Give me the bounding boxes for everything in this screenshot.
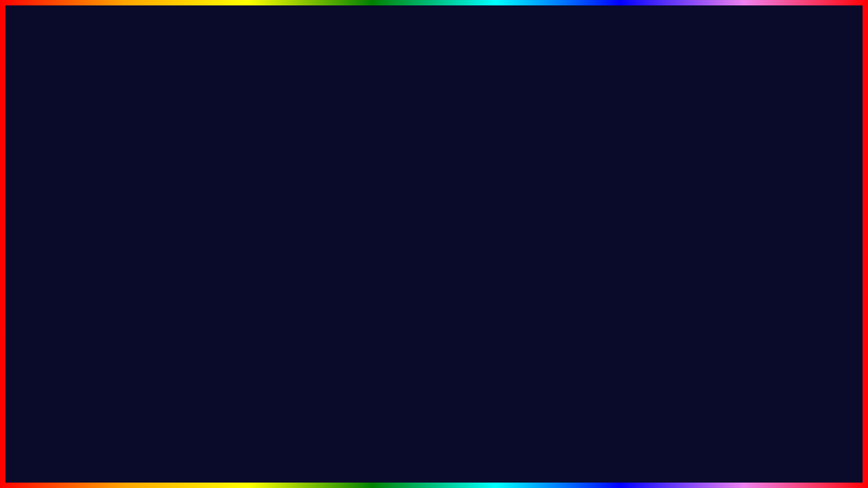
nav-auto-itame[interactable]: Auto Itame [137,202,189,220]
sidebar-item-auto-farm-mastery-fruit[interactable]: Auto Farm Mastery Fruit [104,291,205,304]
nav-teleport[interactable]: Teleport [189,202,232,220]
sidebar-dot [107,228,113,234]
right-nav-misc[interactable]: Misc [667,202,699,220]
dungeon-select[interactable]: Bird: Phoenix ▼ [626,250,765,266]
sidebar-item-auto-farm-fast[interactable]: Auto Farm Fast ✓ [104,258,205,274]
fruit-body: 🧝 [281,312,363,387]
kill-aura[interactable]: Kill Aura [626,323,765,339]
update-label: UPDATE [176,438,328,479]
left-panel-sidebar: Main ● Auto-Farm Level ✓ Auto Farm Fast … [99,220,211,396]
content-section-title: Setting [219,227,388,237]
fruit-face [302,361,342,375]
skull-icon: 💀 [778,369,809,397]
devil-fruit-shop-title: 🍎 Devil Fruit Shop [470,227,609,236]
devil-fruit-select-arrow: ▼ [595,254,603,262]
left-panel-header-left: 🐺 Wolf Hub | Free Script By TH [107,181,248,196]
right-nav-teleport[interactable]: Teleport [552,202,595,220]
weapon-select[interactable]: Melee ▼ [219,251,388,270]
main-dungeon-subtitle: Select Dungeon [626,237,765,245]
nav-misc[interactable]: Misc [304,202,336,220]
main-dungeon-icon: 🏰 [626,227,635,236]
main-title: BLOX FRUITS [0,7,868,93]
left-panel-title: Wolf Hub | Free Script By TH [127,184,248,194]
devil-fruit-shop-subtitle: Select Devil Fruit [470,237,609,245]
fruit-eye-left [302,361,317,375]
auto-random-fruit[interactable]: Auto Random Fruit [470,289,609,306]
sidebar-section-main: Main ● [104,226,205,237]
auto-bring-fruit[interactable]: Auto Bring Fruit [470,306,609,323]
auto-buy-devil-fruit[interactable]: Auto Buy Devil Fruit [470,272,609,289]
dungeon-select-arrow: ▼ [751,254,758,262]
free-no-key-badge: FREE NO KEY!! [419,157,524,216]
auto-buy-chip-dungeon[interactable]: Auto Buy Chip Dungeon [626,272,765,289]
sidebar-item-auto-farm[interactable]: Auto Farm [104,276,205,289]
script-label: SCRIPT [377,438,516,479]
fruit-eye-right [327,361,342,375]
bin-label: BIN [631,438,692,479]
right-panel-settings-icon[interactable]: ⚙ [755,182,764,195]
fruit-stem [321,300,323,314]
devil-fruit-shop-icon: 🍎 [470,227,479,236]
no-key-text: NO KEY!! [432,184,512,209]
left-panel-nav: Main Auto Itame Teleport Dungeon + Shop … [99,202,396,220]
main-dungeon-col: 🏰 Main Dungeon Select Dungeon Bird: Phoe… [618,220,773,396]
fruit-base [295,384,349,404]
right-panel-body: 🍎 Devil Fruit Shop Select Devil Fruit ▼ … [462,220,772,396]
auto-next-island[interactable]: Auto Next Island [626,306,765,323]
sidebar-item-auto-farm-mastery-gun[interactable]: Auto Farm Mastery Gun [104,306,205,319]
paste-label: PASTE [516,438,631,479]
main-dungeon-title: 🏰 Main Dungeon [626,227,765,236]
left-panel-settings-icon[interactable]: ⚙ [378,182,388,195]
right-nav-dungeon-shop[interactable]: Dungeon + Shop [595,202,667,220]
update-number: 20 [328,438,377,479]
weapon-select-arrow: ▼ [372,256,380,266]
sidebar-item-auto-farm-level[interactable]: Auto-Farm Level ✓ [104,241,205,257]
content-section-sub: Select Weapon [219,238,388,246]
wolf-icon-left: 🐺 [107,181,122,196]
devil-fruit-shop-col: 🍎 Devil Fruit Shop Select Devil Fruit ▼ … [462,220,618,396]
fruit-character: 🧝 [323,280,371,326]
devil-fruit-select[interactable]: ▼ [470,250,609,266]
left-panel-header: 🐺 Wolf Hub | Free Script By TH ⚙ [99,176,396,202]
auto-start-dungeon[interactable]: Auto Start Dungeon [626,289,765,306]
devil-fruit-illustration: 🧝 [281,312,363,407]
update-footer: UPDATE 20 SCRIPT PASTE BIN [0,438,868,479]
auto-store-fruit[interactable]: Auto Store Fruit [470,323,609,339]
nav-dungeon-shop[interactable]: Dungeon + Shop [232,202,304,220]
nav-main[interactable]: Main [104,202,137,220]
